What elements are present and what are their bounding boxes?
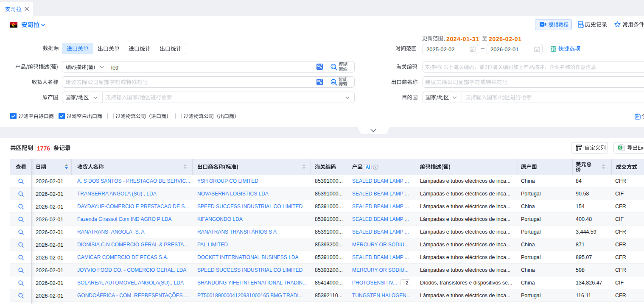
svg-text:AI: AI [366, 165, 370, 170]
